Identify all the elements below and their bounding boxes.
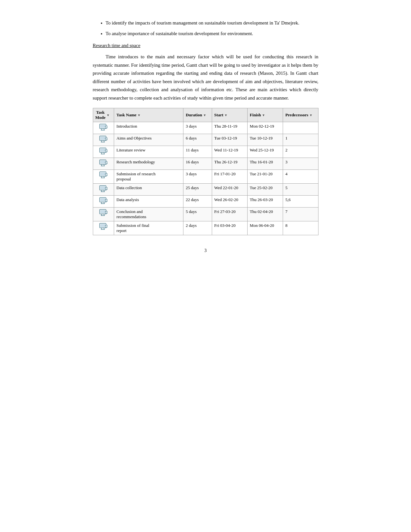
page-number: 3 — [93, 248, 318, 253]
svg-rect-31 — [100, 186, 105, 189]
page: To identify the impacts of tourism manag… — [67, 19, 344, 513]
table-row: Conclusion and recommendations5 daysFri … — [93, 208, 318, 221]
task-finish-cell: Tue 21-01-20 — [247, 170, 283, 184]
task-duration-cell: 5 days — [183, 208, 212, 221]
task-name-cell: Data collection — [114, 184, 183, 196]
task-name-cell: Conclusion and recommendations — [114, 208, 183, 221]
task-start-cell: Fri 03-04-20 — [212, 221, 247, 235]
task-finish-cell: Tue 25-02-20 — [247, 184, 283, 196]
svg-rect-7 — [100, 137, 105, 140]
col-start-label: Start — [214, 112, 223, 118]
task-mode-icon — [99, 171, 108, 179]
bullet-list: To identify the impacts of tourism manag… — [106, 19, 318, 37]
table-row: Data collection25 daysWed 22-01-20Tue 25… — [93, 184, 318, 196]
table-row: Submission of research proposal3 daysFri… — [93, 170, 318, 184]
task-start-cell: Fri 27-03-20 — [212, 208, 247, 221]
task-duration-cell: 11 days — [183, 146, 212, 158]
body-paragraph: Time introduces to the main and necessar… — [93, 53, 318, 102]
table-row: Research methodology16 daysThu 26-12-19T… — [93, 158, 318, 170]
task-name-cell: Literature review — [114, 146, 183, 158]
task-duration-cell: 22 days — [183, 196, 212, 208]
task-predecessors-cell: 3 — [283, 158, 318, 170]
task-duration-cell: 16 days — [183, 158, 212, 170]
task-predecessors-cell: 8 — [283, 221, 318, 235]
task-mode-icon — [99, 136, 108, 144]
task-duration-cell: 2 days — [183, 221, 212, 235]
task-predecessors-cell: 5,6 — [283, 196, 318, 208]
task-start-cell: Thu 28-11-19 — [212, 122, 247, 134]
svg-rect-13 — [100, 149, 105, 152]
table-row: Introduction3 daysThu 28-11-19Mon 02-12-… — [93, 122, 318, 134]
table-row: Submission of final report2 daysFri 03-0… — [93, 221, 318, 235]
task-finish-cell: Mon 02-12-19 — [247, 122, 283, 134]
task-predecessors-cell: 2 — [283, 146, 318, 158]
task-mode-cell — [93, 146, 114, 158]
task-name-cell: Aims and Objectives — [114, 134, 183, 146]
col-header-name[interactable]: Task Name ▼ — [114, 108, 183, 122]
task-duration-cell: 3 days — [183, 170, 212, 184]
task-mode-cell — [93, 196, 114, 208]
task-predecessors-cell — [283, 122, 318, 134]
task-finish-cell: Thu 02-04-20 — [247, 208, 283, 221]
svg-rect-49 — [100, 224, 105, 227]
task-predecessors-cell: 4 — [283, 170, 318, 184]
task-mode-icon — [99, 148, 108, 156]
task-start-cell: Wed 22-01-20 — [212, 184, 247, 196]
sort-arrow-finish[interactable]: ▼ — [262, 113, 265, 117]
table-row: Aims and Objectives6 daysTue 03-12-19Tue… — [93, 134, 318, 146]
table-header-row: TaskMode ▼ Task Name ▼ Duration ▼ — [93, 108, 318, 122]
svg-rect-25 — [100, 172, 105, 176]
task-finish-cell: Thu 26-03-20 — [247, 196, 283, 208]
task-start-cell: Tue 03-12-19 — [212, 134, 247, 146]
sort-arrow-mode[interactable]: ▼ — [106, 113, 110, 117]
task-mode-icon — [99, 209, 108, 217]
table-row: Data analysis22 daysWed 26-02-20Thu 26-0… — [93, 196, 318, 208]
task-mode-icon — [99, 160, 108, 168]
task-mode-icon — [99, 185, 108, 193]
task-mode-cell — [93, 221, 114, 235]
task-start-cell: Wed 11-12-19 — [212, 146, 247, 158]
col-finish-label: Finish — [250, 112, 261, 118]
col-header-mode[interactable]: TaskMode ▼ — [93, 108, 114, 122]
task-mode-cell — [93, 184, 114, 196]
task-predecessors-cell: 5 — [283, 184, 318, 196]
task-start-cell: Thu 26-12-19 — [212, 158, 247, 170]
svg-rect-43 — [100, 210, 105, 213]
task-mode-cell — [93, 170, 114, 184]
svg-rect-37 — [100, 198, 105, 201]
task-finish-cell: Mon 06-04-20 — [247, 221, 283, 235]
task-mode-cell — [93, 134, 114, 146]
task-name-cell: Submission of research proposal — [114, 170, 183, 184]
task-duration-cell: 6 days — [183, 134, 212, 146]
sort-arrow-pred[interactable]: ▼ — [309, 113, 312, 117]
col-header-finish[interactable]: Finish ▼ — [247, 108, 283, 122]
task-mode-cell — [93, 208, 114, 221]
table-row: Literature review11 daysWed 11-12-19Wed … — [93, 146, 318, 158]
task-duration-cell: 25 days — [183, 184, 212, 196]
bullet-item-2: To analyse importance of sustainable tou… — [106, 30, 318, 37]
task-finish-cell: Thu 16-01-20 — [247, 158, 283, 170]
col-header-duration[interactable]: Duration ▼ — [183, 108, 212, 122]
task-mode-icon — [99, 197, 108, 205]
col-header-start[interactable]: Start ▼ — [212, 108, 247, 122]
svg-rect-1 — [100, 125, 105, 128]
sort-arrow-name[interactable]: ▼ — [137, 113, 141, 117]
sort-arrow-start[interactable]: ▼ — [224, 113, 228, 117]
task-predecessors-cell: 7 — [283, 208, 318, 221]
task-name-cell: Data analysis — [114, 196, 183, 208]
col-header-predecessors[interactable]: Predecessors ▼ — [283, 108, 318, 122]
task-start-cell: Wed 26-02-20 — [212, 196, 247, 208]
task-mode-cell — [93, 122, 114, 134]
task-name-cell: Submission of final report — [114, 221, 183, 235]
svg-rect-19 — [100, 160, 105, 164]
task-start-cell: Fri 17-01-20 — [212, 170, 247, 184]
sort-arrow-duration[interactable]: ▼ — [203, 113, 206, 117]
task-mode-icon — [99, 124, 108, 132]
task-predecessors-cell: 1 — [283, 134, 318, 146]
task-duration-cell: 3 days — [183, 122, 212, 134]
col-duration-label: Duration — [186, 112, 202, 118]
section-heading: Research time and space — [93, 43, 318, 48]
task-mode-cell — [93, 158, 114, 170]
col-name-label: Task Name — [116, 112, 136, 118]
task-name-cell: Research methodology — [114, 158, 183, 170]
